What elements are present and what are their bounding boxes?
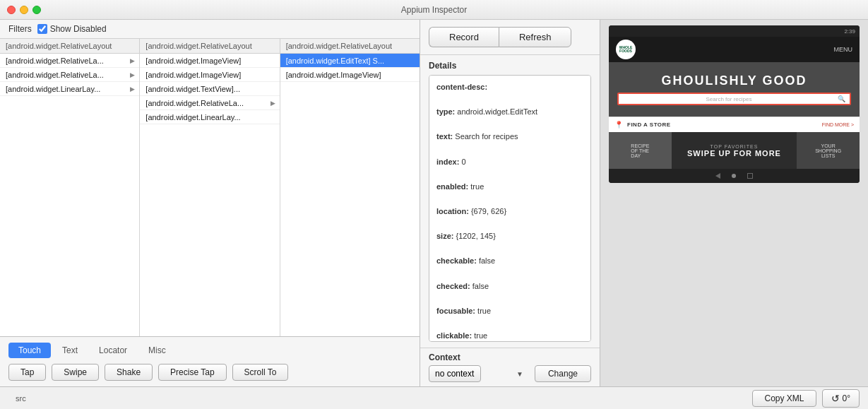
status-bar: src Copy XML ↺ 0°	[0, 386, 868, 409]
copy-xml-button[interactable]: Copy XML	[752, 390, 816, 407]
location-icon: 📍	[614, 121, 623, 129]
chevron-right-icon: ▶	[130, 57, 135, 64]
chevron-right-icon: ▶	[270, 100, 275, 107]
find-more-text: FIND MORE >	[822, 122, 854, 127]
tree-item[interactable]: [android.widget.RelativeLa... ▶	[0, 68, 139, 82]
scroll-to-button[interactable]: Scroll To	[232, 364, 289, 381]
top-buttons: Record Refresh	[420, 20, 600, 55]
tree-item-selected[interactable]: [android.widget.EditText] S...	[280, 54, 420, 68]
tree-item[interactable]: [android.widget.ImageView]	[280, 68, 420, 82]
tab-locator[interactable]: Locator	[89, 343, 137, 358]
tree-col-2: [android.widget.RelativeLayout	[140, 39, 280, 53]
find-store-bar: 📍 FIND A STORE FIND MORE >	[609, 117, 860, 132]
show-disabled-checkbox[interactable]	[37, 24, 47, 34]
shake-button[interactable]: Shake	[105, 364, 153, 381]
phone-status-bar: 2:39	[609, 25, 860, 37]
show-disabled-container: Show Disabled	[37, 24, 107, 34]
detail-text: text: Search for recipes	[436, 131, 583, 143]
swipe-button[interactable]: Swipe	[52, 364, 99, 381]
tree-column-1: [android.widget.RelativeLa... ▶ [android…	[0, 54, 140, 336]
tree-item[interactable]: [android.widget.TextView]...	[140, 82, 279, 96]
content-area: Filters Show Disabled [android.widget.Re…	[0, 20, 868, 386]
nav-home-icon	[732, 174, 736, 178]
context-section: Context no context Change	[420, 348, 600, 386]
tree-header: [android.widget.RelativeLayout [android.…	[0, 39, 420, 54]
chevron-right-icon: ▶	[130, 71, 135, 78]
context-title: Context	[429, 352, 591, 362]
tap-button[interactable]: Tap	[8, 364, 46, 381]
context-select[interactable]: no context	[429, 365, 481, 382]
rotate-icon: ↺	[831, 393, 840, 404]
swipe-label: TOP FAVORITES	[711, 144, 759, 149]
details-box: content-desc: type: android.widget.EditT…	[429, 75, 591, 342]
close-button[interactable]	[7, 6, 16, 14]
nav-back-icon	[715, 173, 720, 179]
search-bar[interactable]: Search for recipes 🔍	[617, 93, 851, 105]
phone-nav	[609, 169, 860, 183]
record-button[interactable]: Record	[429, 27, 499, 47]
detail-focusable: focusable: true	[436, 305, 583, 318]
main-content: Filters Show Disabled [android.widget.Re…	[0, 20, 868, 409]
detail-checkable: checkable: false	[436, 255, 583, 268]
detail-index: index: 0	[436, 156, 583, 169]
context-row: no context Change	[429, 365, 591, 382]
menu-label: MENU	[834, 46, 853, 53]
swipe-text: SWIPE UP FOR MORE	[687, 149, 781, 158]
shopping-card: YOURSHOPPINGLISTS	[797, 132, 860, 169]
maximize-button[interactable]	[32, 6, 41, 14]
find-store-text: FIND A STORE	[627, 121, 671, 128]
rotate-button[interactable]: ↺ 0°	[822, 389, 860, 408]
phone-preview-panel: 2:39 WHOLEFOODS MENU GHOULISHLY GOOD Sea…	[600, 20, 868, 386]
headline-text: GHOULISHLY GOOD	[609, 73, 860, 88]
tab-touch[interactable]: Touch	[8, 343, 51, 358]
tree-col-1: [android.widget.RelativeLayout	[0, 39, 140, 53]
tab-misc[interactable]: Misc	[138, 343, 176, 358]
src-label: src	[8, 394, 26, 403]
tree-col-3: [android.widget.RelativeLayout	[280, 39, 420, 53]
ghoulishly-section: GHOULISHLY GOOD Search for recipes 🔍	[609, 62, 860, 117]
tree-item[interactable]: [android.widget.LinearLay... ▶	[0, 82, 139, 96]
details-title: Details	[429, 61, 591, 71]
refresh-button[interactable]: Refresh	[499, 27, 572, 47]
tab-text[interactable]: Text	[52, 343, 88, 358]
details-section: Details content-desc: type: android.widg…	[420, 55, 600, 348]
recipe-card: RECIPEOF THEDAY	[609, 132, 672, 169]
phone-status-time: 2:39	[844, 28, 855, 35]
detail-checked: checked: false	[436, 280, 583, 293]
nav-recent-icon	[747, 173, 753, 179]
filters-bar: Filters Show Disabled	[0, 20, 420, 39]
show-disabled-label: Show Disabled	[50, 24, 107, 34]
detail-clickable: clickable: true	[436, 330, 583, 342]
detail-location: location: {679, 626}	[436, 206, 583, 218]
minimize-button[interactable]	[20, 6, 28, 14]
phone-preview: 2:39 WHOLEFOODS MENU GHOULISHLY GOOD Sea…	[609, 25, 860, 183]
bottom-cards: RECIPEOF THEDAY TOP FAVORITES SWIPE UP F…	[609, 132, 860, 169]
tree-item[interactable]: [android.widget.LinearLay...	[140, 110, 279, 124]
window-title: Appium Inspector	[401, 5, 467, 15]
chevron-right-icon: ▶	[130, 85, 135, 93]
context-select-wrapper: no context	[429, 365, 529, 382]
detail-type: type: android.widget.EditText	[436, 106, 583, 119]
filters-label: Filters	[8, 24, 32, 34]
search-icon: 🔍	[838, 95, 845, 102]
tabs-row: Touch Text Locator Misc	[8, 343, 411, 358]
tree-item[interactable]: [android.widget.RelativeLa... ▶	[0, 54, 139, 68]
bottom-bar: Touch Text Locator Misc Tap Swipe Shake …	[0, 336, 420, 386]
whole-foods-logo: WHOLEFOODS	[616, 40, 636, 59]
search-placeholder: Search for recipes	[623, 96, 835, 102]
detail-content-desc: content-desc:	[436, 81, 583, 94]
whole-foods-header: WHOLEFOODS MENU	[609, 37, 860, 62]
left-panel: Filters Show Disabled [android.widget.Re…	[0, 20, 420, 386]
change-button[interactable]: Change	[535, 365, 591, 382]
tree-column-2: [android.widget.ImageView] [android.widg…	[140, 54, 280, 336]
search-bar-container: Search for recipes 🔍	[609, 88, 860, 109]
tree-item[interactable]: [android.widget.RelativeLa... ▶	[140, 96, 279, 110]
tree-item[interactable]: [android.widget.ImageView]	[140, 54, 279, 68]
tree-item[interactable]: [android.widget.ImageView]	[140, 68, 279, 82]
precise-tap-button[interactable]: Precise Tap	[158, 364, 226, 381]
tree-column-3: [android.widget.EditText] S... [android.…	[280, 54, 420, 336]
swipe-card: TOP FAVORITES SWIPE UP FOR MORE	[672, 132, 797, 169]
rotate-label: 0°	[843, 393, 850, 403]
detail-enabled: enabled: true	[436, 181, 583, 194]
detail-size: size: {1202, 145}	[436, 230, 583, 243]
